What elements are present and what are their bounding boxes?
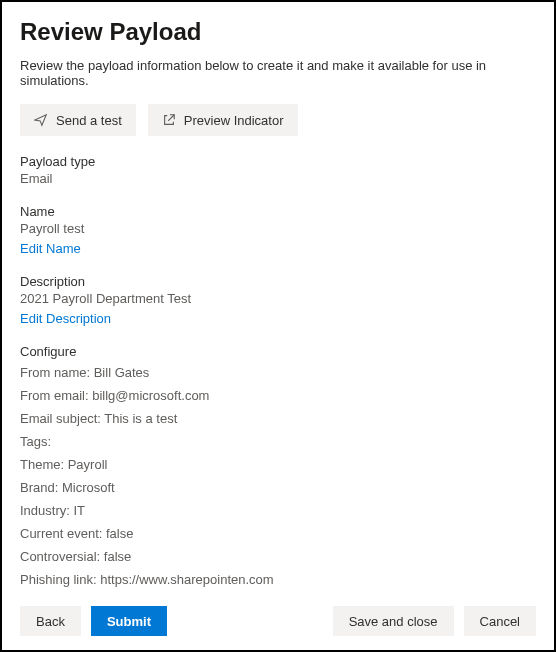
config-theme: Theme: Payroll	[20, 457, 536, 472]
description-value: 2021 Payroll Department Test	[20, 291, 536, 306]
page-title: Review Payload	[20, 18, 536, 46]
save-and-close-button[interactable]: Save and close	[333, 606, 454, 636]
config-from-name: From name: Bill Gates	[20, 365, 536, 380]
footer-bar: Back Submit Save and close Cancel	[2, 596, 554, 650]
payload-type-value: Email	[20, 171, 536, 186]
config-current-event: Current event: false	[20, 526, 536, 541]
name-label: Name	[20, 204, 536, 219]
send-test-button[interactable]: Send a test	[20, 104, 136, 136]
send-test-label: Send a test	[56, 113, 122, 128]
back-button[interactable]: Back	[20, 606, 81, 636]
payload-type-label: Payload type	[20, 154, 536, 169]
preview-indicator-button[interactable]: Preview Indicator	[148, 104, 298, 136]
description-label: Description	[20, 274, 536, 289]
config-from-email: From email: billg@microsoft.com	[20, 388, 536, 403]
submit-button[interactable]: Submit	[91, 606, 167, 636]
config-phishing-link: Phishing link: https://www.sharepointen.…	[20, 572, 536, 587]
config-industry: Industry: IT	[20, 503, 536, 518]
edit-name-link[interactable]: Edit Name	[20, 241, 81, 256]
cancel-button[interactable]: Cancel	[464, 606, 536, 636]
config-tags: Tags:	[20, 434, 536, 449]
preview-indicator-label: Preview Indicator	[184, 113, 284, 128]
config-brand: Brand: Microsoft	[20, 480, 536, 495]
send-icon	[34, 113, 48, 127]
name-value: Payroll test	[20, 221, 536, 236]
config-controversial: Controversial: false	[20, 549, 536, 564]
page-subtitle: Review the payload information below to …	[20, 58, 536, 88]
edit-description-link[interactable]: Edit Description	[20, 311, 111, 326]
config-email-subject: Email subject: This is a test	[20, 411, 536, 426]
configure-label: Configure	[20, 344, 536, 359]
external-link-icon	[162, 113, 176, 127]
